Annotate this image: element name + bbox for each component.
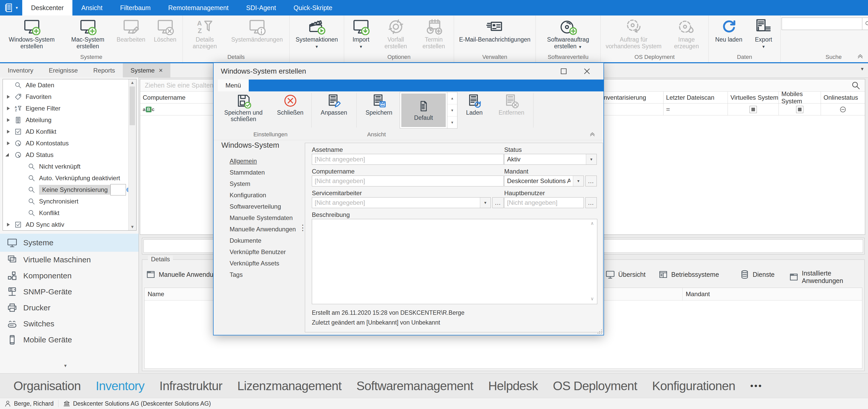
- tree-item-konflikt[interactable]: Konflikt: [3, 207, 136, 219]
- scrollbar-thumb[interactable]: [129, 87, 135, 125]
- status-value[interactable]: [504, 154, 586, 165]
- dialog-nav-verknuepfte-assets[interactable]: Verknüpfte Assets: [229, 258, 296, 269]
- bearbeiten-button[interactable]: Bearbeiten: [113, 15, 149, 54]
- details-anzeigen-button[interactable]: AZ Details anzeigen: [184, 15, 226, 54]
- details-tab-dienste[interactable]: Dienste: [740, 270, 775, 279]
- details-tab-uebersicht[interactable]: Übersicht: [605, 270, 646, 279]
- tree-item-ad-kontostatus[interactable]: AD Kontostatus: [3, 137, 136, 149]
- dialog-nav-manuelle-anwendungen[interactable]: Manuelle Anwendungen: [229, 224, 296, 235]
- tree-item-nicht-verknuepft[interactable]: Nicht verknüpft: [3, 161, 136, 172]
- image-erzeugen-button[interactable]: Image erzeugen: [665, 15, 707, 54]
- expander-icon[interactable]: [7, 118, 10, 122]
- bottomnav-softwaremanagement[interactable]: Softwaremanagement: [356, 379, 473, 393]
- filter-toggle-button[interactable]: [111, 184, 126, 196]
- vorfall-erstellen-button[interactable]: Vorfall erstellen: [377, 15, 415, 54]
- servicemitarbeiter-browse-button[interactable]: …: [492, 197, 504, 208]
- close-tab-icon[interactable]: ×: [159, 66, 163, 74]
- tree-item-synchronisiert[interactable]: Synchronisiert: [3, 196, 136, 207]
- softwareauftrag-erstellen-button[interactable]: Softwareauftrag erstellen ▼: [537, 15, 599, 54]
- tab-list-dropdown[interactable]: ▼: [860, 67, 864, 72]
- expander-icon[interactable]: [5, 153, 9, 157]
- servicemitarbeiter-combobox[interactable]: ▼: [312, 197, 491, 208]
- bottomnav-infrastruktur[interactable]: Infrastruktur: [159, 379, 222, 393]
- dialog-nav-softwareverteilung[interactable]: Softwareverteilung: [229, 201, 296, 212]
- tab-inventory[interactable]: Inventory: [0, 63, 41, 77]
- filter-cell-online[interactable]: [821, 104, 865, 115]
- dialog-nav-stammdaten[interactable]: Stammdaten: [229, 167, 296, 178]
- sidebar-item-systeme[interactable]: Systeme: [0, 234, 138, 252]
- expander-icon[interactable]: [7, 141, 10, 145]
- close-button[interactable]: [580, 65, 594, 77]
- resize-grip[interactable]: [597, 329, 602, 334]
- filter-cell-virtuell[interactable]: [728, 104, 779, 115]
- speichern-button[interactable]: Speichern: [358, 92, 400, 130]
- gallery-down-icon[interactable]: ▼: [447, 104, 457, 116]
- search-input[interactable]: [782, 18, 862, 30]
- chevron-down-icon[interactable]: ▼: [573, 176, 584, 186]
- dialog-menu-tab[interactable]: Menü: [218, 79, 249, 92]
- view-default-item[interactable]: Default: [401, 94, 446, 127]
- menu-tab-deskcenter[interactable]: Deskcenter: [22, 0, 72, 15]
- email-benachrichtigungen-button[interactable]: E-Mail-Benachrichtigungen: [455, 15, 534, 54]
- menu-tab-quick-skripte[interactable]: Quick-Skripte: [285, 0, 341, 15]
- details-tab-betriebssysteme[interactable]: Betriebssysteme: [658, 270, 719, 279]
- gallery-up-icon[interactable]: ▲: [447, 92, 457, 104]
- bottomnav-organisation[interactable]: Organisation: [13, 379, 81, 393]
- laden-button[interactable]: Laden: [457, 92, 491, 130]
- column-header-mandant[interactable]: Mandant: [683, 288, 862, 300]
- expander-icon[interactable]: [7, 95, 10, 99]
- windows-system-erstellen-button[interactable]: Windows-System erstellen: [1, 15, 62, 54]
- bottomnav-konfigurationen[interactable]: Konfigurationen: [652, 379, 735, 393]
- sidebar-item-komponenten[interactable]: Komponenten: [0, 268, 138, 284]
- computername-field[interactable]: [312, 176, 504, 186]
- status-combobox[interactable]: ▼: [504, 154, 597, 165]
- dialog-title-bar[interactable]: Windows-System erstellen: [214, 63, 603, 79]
- grid-search-icon[interactable]: [851, 80, 861, 90]
- anpassen-button[interactable]: Anpassen: [313, 92, 355, 130]
- menu-tab-sdi-agent[interactable]: SDI-Agent: [237, 0, 285, 15]
- scroll-up-icon[interactable]: ▲: [128, 80, 136, 85]
- bottomnav-more-button[interactable]: •••: [750, 381, 763, 391]
- tab-reports[interactable]: Reports: [86, 63, 123, 77]
- dialog-nav-manuelle-systemdaten[interactable]: Manuelle Systemdaten: [229, 212, 296, 224]
- assetname-field[interactable]: [312, 154, 504, 165]
- mandant-combobox[interactable]: ▼: [504, 176, 584, 186]
- dialog-nav-konfiguration[interactable]: Konfiguration: [229, 190, 296, 201]
- dialog-nav-system[interactable]: System: [229, 178, 296, 190]
- bottomnav-inventory[interactable]: Inventory: [96, 379, 144, 393]
- bottomnav-helpdesk[interactable]: Helpdesk: [488, 379, 538, 393]
- termin-erstellen-button[interactable]: Termin erstellen: [415, 15, 453, 54]
- tab-ereignisse[interactable]: Ereignisse: [41, 63, 86, 77]
- mac-system-erstellen-button[interactable]: Mac-System erstellen: [62, 15, 113, 54]
- scroll-up-icon[interactable]: ∧: [591, 220, 594, 226]
- sidenav-scroll-down-icon[interactable]: ▼: [0, 364, 131, 368]
- details-tab-installierte-anwendungen[interactable]: Installierte Anwendungen: [789, 270, 864, 284]
- sidebar-item-snmp-geraete[interactable]: SNMP-Geräte: [0, 284, 138, 300]
- menu-tab-filterbaum[interactable]: Filterbaum: [111, 0, 159, 15]
- menu-tab-ansicht[interactable]: Ansicht: [72, 0, 111, 15]
- mandant-browse-button[interactable]: …: [585, 176, 597, 186]
- loeschen-button[interactable]: Löschen: [149, 15, 182, 54]
- hauptbenutzer-browse-button[interactable]: …: [585, 197, 597, 208]
- gallery-dropdown-icon[interactable]: ▼: [447, 116, 457, 128]
- hauptbenutzer-field[interactable]: [504, 197, 584, 208]
- chevron-down-icon[interactable]: ▼: [480, 198, 491, 208]
- sidebar-item-mobile-geraete[interactable]: Mobile Geräte: [0, 332, 138, 348]
- chevron-down-icon[interactable]: ▼: [586, 154, 596, 165]
- sidebar-item-virtuelle-maschinen[interactable]: Virtuelle Maschinen: [0, 252, 138, 268]
- speichern-und-schliessen-button[interactable]: Speichern und schließen: [216, 92, 271, 130]
- beschreibung-field[interactable]: [312, 219, 597, 304]
- toolbar-collapse-icon[interactable]: [589, 131, 596, 138]
- bottomnav-lizenzmanagement[interactable]: Lizenzmanagement: [237, 379, 342, 393]
- expander-icon[interactable]: [7, 130, 10, 134]
- scroll-down-icon[interactable]: ▼: [128, 225, 136, 229]
- column-header-letzter-dateiscan[interactable]: Letzter Dateiscan: [663, 92, 728, 103]
- tree-item-ad-sync-aktiv[interactable]: AD Sync aktiv: [3, 219, 136, 230]
- bottomnav-os-deployment[interactable]: OS Deployment: [553, 379, 637, 393]
- systemaktionen-button[interactable]: Systemaktionen ▼: [291, 15, 343, 54]
- app-menu-button[interactable]: ▼: [0, 0, 22, 15]
- filter-cell-dateiscan[interactable]: =: [663, 104, 728, 115]
- sidebar-item-drucker[interactable]: Drucker: [0, 300, 138, 316]
- dialog-nav-tags[interactable]: Tags: [229, 269, 296, 280]
- sidebar-item-switches[interactable]: Switches: [0, 316, 138, 332]
